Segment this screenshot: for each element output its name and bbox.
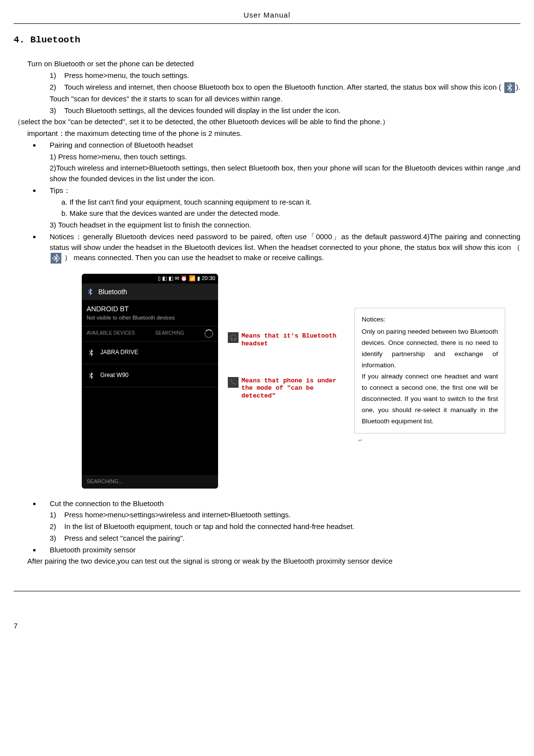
bluetooth-mini-icon <box>87 370 95 381</box>
item-2-label: Great W90 <box>100 371 129 379</box>
svg-point-2 <box>52 258 54 259</box>
cut-steps: 1)Press home>menu>settings>wireless and … <box>50 510 520 543</box>
footer-rule <box>14 591 520 591</box>
header-rule <box>14 23 520 24</box>
spinner-icon <box>204 329 213 338</box>
important-note: important：the maximum detecting time of … <box>27 128 520 139</box>
page-header: User Manual <box>14 10 520 20</box>
tip-a: a. If the list can't find your equipment… <box>61 197 520 208</box>
phone-device-name: ANDROID BT <box>87 304 213 314</box>
phone-tabs: AVAILABLE DEVICES SEARCHING <box>82 326 218 341</box>
headset-icon: 🎧 <box>228 332 239 343</box>
notice-box-wrap: Notices: Only on pairing needed between … <box>354 274 505 444</box>
tips-title: Tips： <box>50 185 520 196</box>
phone-titlebar: Bluetooth <box>82 284 218 300</box>
bullet-list-1: Pairing and connection of Bluetooth head… <box>14 140 520 265</box>
pairing-title: Pairing and connection of Bluetooth head… <box>50 140 520 151</box>
step-3: Touch Bluetooth settings, all the device… <box>64 106 341 114</box>
tips-step-3: 3) Touch headset in the equipment list t… <box>50 220 520 230</box>
paragraph-mark-icon: ↵ <box>358 436 362 443</box>
annotation-1: 🎧 Means that it's Bluetooth headset <box>228 332 345 347</box>
phone-list-item-1: JABRA DRIVE <box>82 341 218 364</box>
page-number: 7 <box>14 621 520 631</box>
notices-text-b: ） means connected. Then you can use the … <box>64 253 324 262</box>
bluetooth-icon <box>504 82 515 94</box>
item-1-label: JABRA DRIVE <box>100 348 138 357</box>
bluetooth-connected-icon <box>51 252 61 264</box>
status-time: 20:30 <box>202 275 215 283</box>
tab-available: AVAILABLE DEVICES <box>87 330 135 337</box>
bluetooth-mini-icon <box>86 286 94 297</box>
screenshot-row: ▯ ◧ ◧ ✉ ⏰ 📶 ▮ 20:30 Bluetooth ANDROID BT… <box>82 274 520 488</box>
cut-step-3: Press and select "cancel the pairing". <box>64 534 184 542</box>
step-1: Press home>menu, the touch settings. <box>64 71 189 79</box>
phone-title: Bluetooth <box>98 287 127 297</box>
step-2a: Touch wireless and internet, then choose… <box>64 83 501 91</box>
notice-box-body: Only on pairing needed between two Bluet… <box>362 326 498 427</box>
notices-text-a: Notices：generally Bluetooth devices need… <box>50 232 520 251</box>
annotations: 🎧 Means that it's Bluetooth headset 📞 Me… <box>228 332 345 399</box>
annotation-2-text: Means that phone is under the mode of "c… <box>241 377 345 400</box>
phone-empty-area <box>82 387 218 475</box>
tip-b: b. Make sure that the devices wanted are… <box>61 208 520 219</box>
notice-box-title: Notices: <box>362 314 498 325</box>
notice-box: Notices: Only on pairing needed between … <box>354 308 505 433</box>
prox-title: Bluetooth proximity sensor <box>50 545 520 555</box>
section-title: 4. Bluetooth <box>14 34 520 47</box>
status-icons: ▯ ◧ ◧ ✉ ⏰ 📶 ▮ <box>158 275 200 283</box>
annotation-1-text: Means that it's Bluetooth headset <box>241 332 345 347</box>
bullet-list-2: Cut the connection to the Bluetooth 1)Pr… <box>14 498 520 555</box>
phone-device-sub: Not visible to other Bluetooth devices <box>87 314 213 322</box>
phone-footer: SEARCHING... <box>82 475 218 489</box>
intro-text: Turn on Bluetooth or set the phone can b… <box>27 58 520 69</box>
phone-device-row: ANDROID BT Not visible to other Bluetoot… <box>82 300 218 326</box>
main-steps: 1)Press home>menu, the touch settings. 2… <box>50 70 520 115</box>
tab-searching: SEARCHING <box>155 330 184 337</box>
pairing-step-2: 2)Touch wireless and internet>Bluetooth … <box>50 163 520 184</box>
phone-icon: 📞 <box>228 377 239 388</box>
select-box-note: （select the box "can be detected", set i… <box>14 116 520 127</box>
prox-body: After pairing the two device,you can tes… <box>27 556 520 567</box>
cut-step-2: In the list of Bluetooth equipment, touc… <box>64 522 354 530</box>
pairing-step-1: 1) Press home>menu, then touch settings. <box>50 151 520 162</box>
phone-screenshot: ▯ ◧ ◧ ✉ ⏰ 📶 ▮ 20:30 Bluetooth ANDROID BT… <box>82 274 218 488</box>
bluetooth-mini-icon <box>87 347 95 358</box>
svg-point-3 <box>58 258 60 259</box>
annotation-2: 📞 Means that phone is under the mode of … <box>228 377 345 400</box>
phone-list-item-2: Great W90 <box>82 364 218 387</box>
cut-title: Cut the connection to the Bluetooth <box>50 498 520 509</box>
phone-statusbar: ▯ ◧ ◧ ✉ ⏰ 📶 ▮ 20:30 <box>82 274 218 284</box>
cut-step-1: Press home>menu>settings>wireless and in… <box>64 510 291 519</box>
